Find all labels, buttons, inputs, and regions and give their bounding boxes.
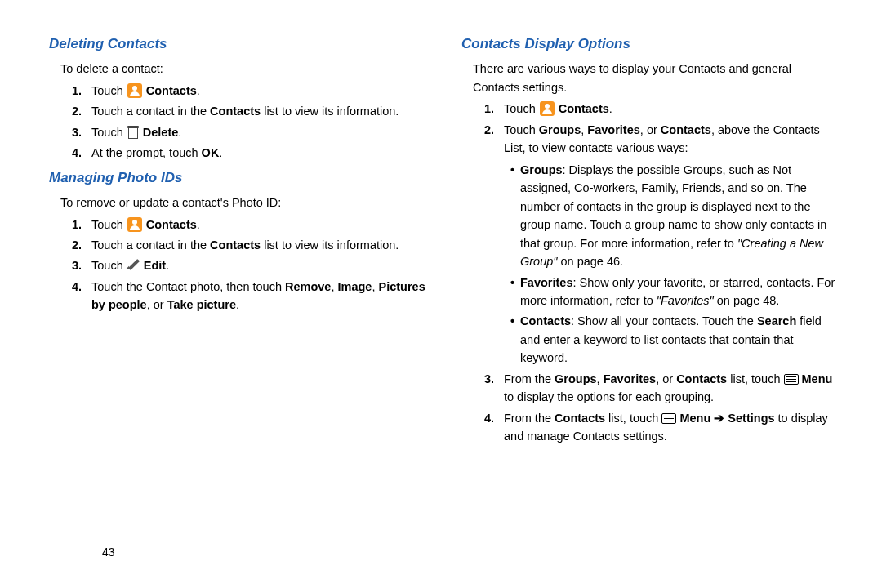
steps-display: 1. Touch Contacts. 2. Touch Groups, Favo… <box>484 100 841 445</box>
bullet-groups: Groups: Displays the possible Groups, su… <box>509 161 841 271</box>
step: 2. Touch a contact in the Contacts list … <box>72 236 429 254</box>
step: 2. Touch a contact in the Contacts list … <box>72 102 429 120</box>
pencil-icon <box>127 259 140 271</box>
menu-icon <box>784 374 799 385</box>
step: 3. Touch Delete. <box>72 123 429 141</box>
step: 4. At the prompt, touch OK. <box>72 144 429 162</box>
contacts-icon <box>127 83 142 98</box>
step: 3. From the Groups, Favorites, or Contac… <box>484 370 841 407</box>
intro-photo: To remove or update a contact's Photo ID… <box>60 194 429 212</box>
steps-photo: 1. Touch Contacts. 2. Touch a contact in… <box>72 216 429 314</box>
intro-display: There are various ways to display your C… <box>473 60 841 96</box>
trash-icon <box>127 126 139 139</box>
bullet-favorites: Favorites: Show only your favorite, or s… <box>509 274 841 310</box>
sub-bullets: Groups: Displays the possible Groups, su… <box>509 161 841 368</box>
menu-icon <box>662 413 676 424</box>
heading-display-options: Contacts Display Options <box>461 33 841 55</box>
heading-managing-photo-ids: Managing Photo IDs <box>49 167 429 189</box>
contacts-icon <box>127 217 142 232</box>
page-number: 43 <box>102 544 115 562</box>
step: 2. Touch Groups, Favorites, or Contacts,… <box>484 121 841 368</box>
bullet-contacts: Contacts: Show all your contacts. Touch … <box>509 312 841 367</box>
contacts-icon <box>540 101 555 116</box>
intro-delete: To delete a contact: <box>60 60 429 78</box>
step: 4. Touch the Contact photo, then touch R… <box>72 278 429 314</box>
step: 1. Touch Contacts. <box>72 82 429 100</box>
step: 1. Touch Contacts. <box>484 100 841 118</box>
step: 4. From the Contacts list, touch Menu ➔ … <box>484 409 841 446</box>
left-column: Deleting Contacts To delete a contact: 1… <box>49 29 429 448</box>
step: 3. Touch Edit. <box>72 256 429 274</box>
right-column: Contacts Display Options There are vario… <box>461 29 841 448</box>
heading-deleting-contacts: Deleting Contacts <box>49 33 429 55</box>
steps-delete: 1. Touch Contacts. 2. Touch a contact in… <box>72 82 429 163</box>
step: 1. Touch Contacts. <box>72 216 429 234</box>
